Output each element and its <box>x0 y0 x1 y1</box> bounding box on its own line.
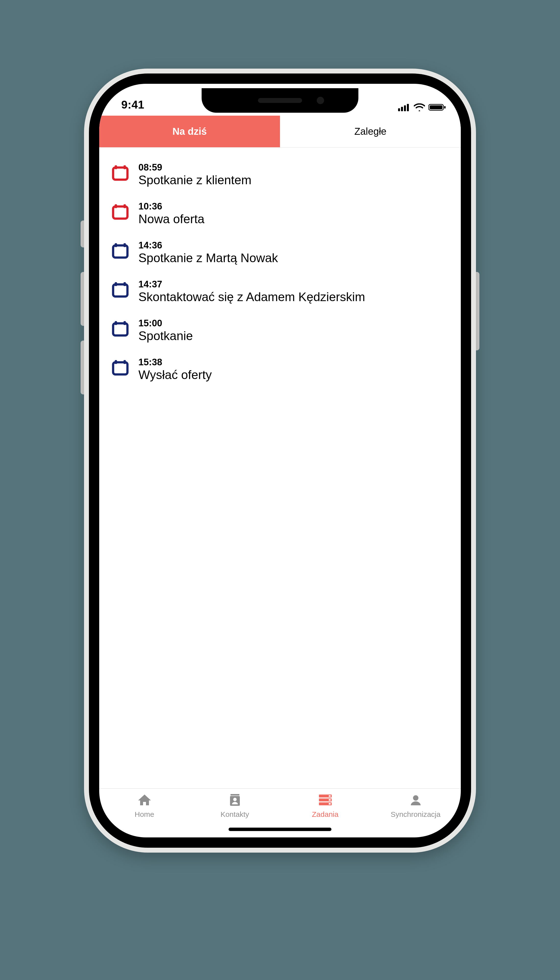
sync-icon <box>408 793 424 808</box>
segmented-control: Na dziś Zaległe <box>99 116 461 147</box>
tasks-icon <box>317 793 333 808</box>
svg-point-27 <box>233 798 237 801</box>
svg-rect-3 <box>407 104 409 111</box>
tab-sync-label: Synchronizacja <box>391 810 440 818</box>
task-text: 15:38 Wysłać oferty <box>138 357 451 382</box>
tab-overdue-label: Zaległe <box>354 126 386 137</box>
task-title: Skontaktować się z Adamem Kędzierskim <box>138 290 451 304</box>
task-row[interactable]: 15:38 Wysłać oferty <box>99 350 461 389</box>
svg-rect-15 <box>113 245 128 258</box>
svg-rect-32 <box>329 799 331 801</box>
task-title: Spotkanie z Martą Nowak <box>138 251 451 265</box>
task-time: 08:59 <box>138 162 451 173</box>
svg-rect-0 <box>398 108 400 111</box>
svg-rect-21 <box>113 323 128 336</box>
svg-rect-9 <box>113 168 128 180</box>
svg-rect-5 <box>430 105 442 109</box>
status-icons <box>398 103 446 111</box>
volume-up <box>81 272 84 326</box>
home-icon <box>137 793 153 808</box>
tab-overdue[interactable]: Zaległe <box>280 116 461 147</box>
app-screen: 9:41 <box>99 84 461 837</box>
wifi-icon <box>414 103 425 111</box>
calendar-icon <box>110 318 130 337</box>
calendar-icon <box>110 279 130 298</box>
svg-rect-6 <box>444 106 446 108</box>
task-list: 08:59 Spotkanie z klientem 10:36 Nowa of… <box>99 147 461 788</box>
tab-today-label: Na dziś <box>172 126 207 137</box>
power-button <box>476 272 479 350</box>
calendar-icon <box>110 201 130 220</box>
phone-frame: 9:41 <box>84 68 476 853</box>
task-title: Wysłać oferty <box>138 368 451 382</box>
task-time: 14:37 <box>138 279 451 290</box>
status-time: 9:41 <box>121 98 144 111</box>
tab-contacts-label: Kontakty <box>220 810 249 818</box>
task-title: Nowa oferta <box>138 212 451 227</box>
task-time: 10:36 <box>138 201 451 212</box>
svg-rect-12 <box>113 207 128 219</box>
task-text: 14:37 Skontaktować się z Adamem Kędziers… <box>138 279 451 304</box>
task-title: Spotkanie <box>138 328 451 343</box>
task-row[interactable]: 14:36 Spotkanie z Martą Nowak <box>99 233 461 272</box>
front-camera <box>317 97 324 104</box>
svg-rect-31 <box>329 795 331 797</box>
tab-today[interactable]: Na dziś <box>99 116 280 147</box>
task-time: 15:38 <box>138 357 451 368</box>
home-indicator <box>228 828 332 831</box>
task-row[interactable]: 10:36 Nowa oferta <box>99 194 461 233</box>
task-text: 10:36 Nowa oferta <box>138 201 451 227</box>
svg-rect-1 <box>401 107 403 111</box>
cellular-icon <box>398 103 410 111</box>
task-time: 15:00 <box>138 318 451 328</box>
calendar-icon <box>110 240 130 259</box>
mute-switch <box>81 220 84 247</box>
calendar-icon <box>110 357 130 376</box>
contacts-icon <box>227 793 243 808</box>
task-text: 08:59 Spotkanie z klientem <box>138 162 451 187</box>
task-row[interactable]: 08:59 Spotkanie z klientem <box>99 155 461 194</box>
speaker-slot <box>258 98 302 103</box>
task-text: 14:36 Spotkanie z Martą Nowak <box>138 240 451 265</box>
calendar-icon <box>110 162 130 181</box>
task-row[interactable]: 14:37 Skontaktować się z Adamem Kędziers… <box>99 272 461 311</box>
svg-point-34 <box>413 795 418 801</box>
task-row[interactable]: 15:00 Spotkanie <box>99 311 461 350</box>
task-title: Spotkanie z klientem <box>138 173 451 187</box>
svg-rect-25 <box>230 794 239 795</box>
task-text: 15:00 Spotkanie <box>138 318 451 343</box>
svg-rect-24 <box>113 362 128 375</box>
volume-down <box>81 340 84 395</box>
tab-tasks-label: Zadania <box>312 810 338 818</box>
svg-rect-33 <box>329 803 331 805</box>
phone-notch <box>202 88 358 113</box>
tab-home-label: Home <box>135 810 154 818</box>
svg-rect-18 <box>113 285 128 297</box>
battery-icon <box>428 103 446 111</box>
task-time: 14:36 <box>138 240 451 251</box>
svg-rect-2 <box>404 105 406 111</box>
